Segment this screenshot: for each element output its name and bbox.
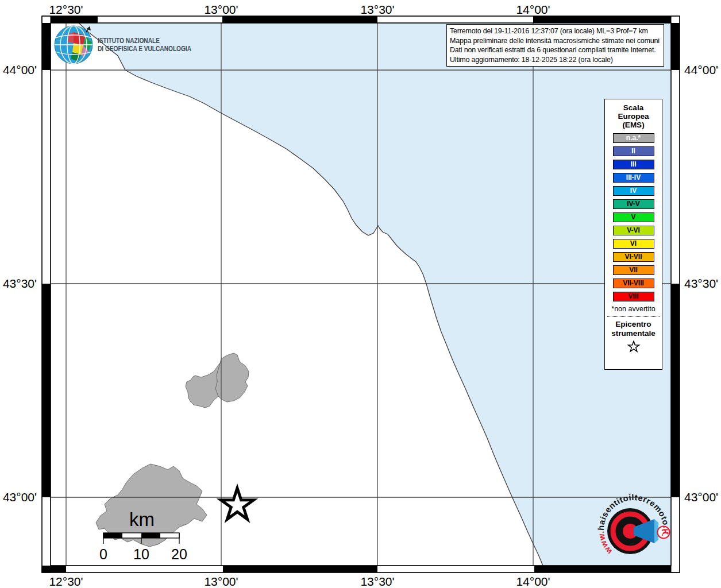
event-subtitle: Mappa preliminare delle intensità macros… [450, 36, 661, 46]
scale-bar-tick-20: 20 [171, 546, 187, 562]
axis-label-left: 43°00' [3, 490, 37, 504]
legend-item-v: V [613, 212, 654, 222]
legend-item-vivii: VI-VII [613, 252, 654, 262]
axis-label-bottom: 13°00' [204, 575, 238, 588]
legend-title-line: (EMS) [605, 121, 662, 129]
axis-label-left: 44°00' [3, 63, 37, 76]
north-arrow-icon [86, 27, 90, 32]
macroseismic-map-page: km 0 10 20 [0, 0, 721, 588]
event-info-box: Terremoto del 19-11-2016 12:37:07 (ora l… [446, 24, 664, 67]
legend-item-viii: VIII [613, 292, 654, 301]
legend-item-na: n.a.* [613, 133, 654, 143]
legend-footnote: *non avvertito [605, 305, 662, 313]
ingv-name-line1: ISTITUTO NAZIONALE [98, 37, 191, 45]
axis-label-top: 13°00' [204, 3, 238, 16]
ingv-name-line2: DI GEOFISICA E VULCANOLOGIA [98, 45, 191, 53]
axis-label-right: 43°30' [684, 277, 718, 290]
legend-items: n.a.*IIIIIIII-IVIVIV-VVV-VIVIVI-VIIVIIVI… [605, 133, 662, 301]
intensity-legend: Scala Europea (EMS) n.a.*IIIIIIII-IVIVIV… [604, 99, 662, 370]
legend-title-line: Scala [605, 103, 662, 112]
axis-label-right: 43°00' [684, 490, 718, 504]
legend-epicenter-line: Epicentro [605, 320, 662, 329]
axis-label-top: 13°30' [360, 3, 394, 16]
scale-bar-unit: km [129, 509, 155, 530]
legend-item-ivv: IV-V [613, 199, 654, 209]
legend-epicenter-line: strumentale [605, 329, 662, 338]
ingv-logo: ISTITUTO NAZIONALE DI GEOFISICA E VULCAN… [53, 24, 218, 65]
axis-label-bottom: 14°00' [516, 575, 550, 588]
legend-item-ii: II [613, 146, 654, 156]
legend-item-viiviii: VII-VIII [613, 278, 654, 288]
scale-bar-tick-10: 10 [133, 546, 149, 562]
star-outline-icon [626, 341, 641, 353]
ingv-globe-icon [53, 24, 95, 65]
legend-divider [607, 316, 660, 317]
scale-bar-tick-0: 0 [99, 546, 107, 562]
axis-label-top: 14°00' [516, 3, 550, 16]
legend-item-vi: VI [613, 239, 654, 249]
axis-label-top: 12°30' [49, 3, 83, 16]
axis-label-bottom: 13°30' [360, 575, 394, 588]
event-title: Terremoto del 19-11-2016 12:37:07 (ora l… [450, 26, 661, 36]
legend-item-vvi: V-VI [613, 226, 654, 235]
legend-title-line: Europea [605, 112, 662, 121]
axis-label-left: 43°30' [3, 277, 37, 290]
axis-label-right: 44°00' [684, 63, 718, 76]
legend-item-vii: VII [613, 265, 654, 275]
site-logo-tld: .it [661, 525, 670, 535]
legend-item-iii: III [613, 160, 654, 169]
legend-item-iiiiv: III-IV [613, 173, 654, 183]
haisentitoilterremoto-logo: ? www.haisentitoilterremoto.it [595, 492, 672, 568]
axis-label-bottom: 12°30' [49, 575, 83, 588]
legend-item-iv: IV [613, 186, 654, 196]
event-update-time: Ultimo aggiornamento: 18-12-2025 18:22 (… [450, 55, 661, 65]
event-data-note: Dati non verificati estratti da 6 questi… [450, 45, 661, 55]
